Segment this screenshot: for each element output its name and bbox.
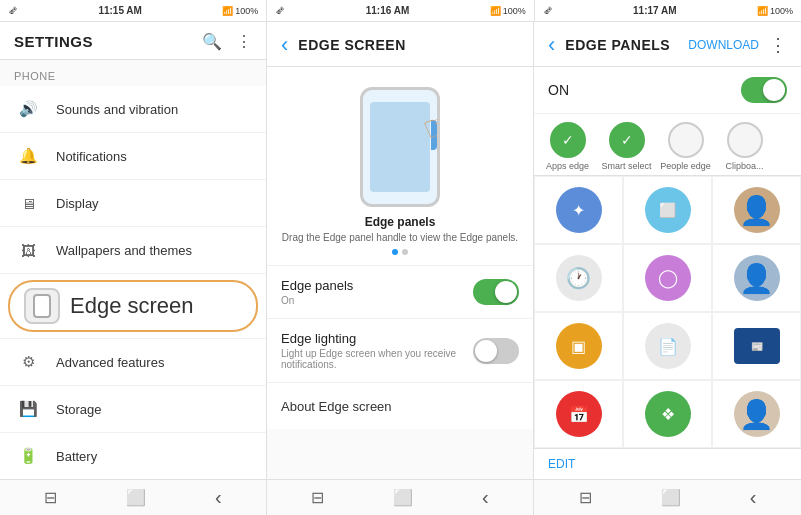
signal-2: 📶: [490, 6, 501, 16]
panels-edit-row: EDIT: [534, 448, 801, 479]
status-bar-2: 🗞 11:16 AM 📶 100%: [267, 0, 534, 22]
settings-item-display[interactable]: 🖥 Display: [0, 180, 266, 227]
time-2: 11:16 AM: [366, 5, 410, 16]
settings-item-notifications[interactable]: 🔔 Notifications: [0, 133, 266, 180]
image-thumb-1: 📰: [734, 328, 780, 364]
grid-icon-4: ◯: [645, 255, 691, 301]
tab-clipboard[interactable]: Clipboa...: [717, 122, 772, 171]
tab-smart-select[interactable]: ✓ Smart select: [599, 122, 654, 171]
recent-icon-3[interactable]: ⊟: [579, 488, 592, 507]
edge-panels-title: Edge panels: [281, 278, 353, 293]
grid-item-8[interactable]: ❖: [623, 380, 712, 448]
download-button[interactable]: DOWNLOAD: [688, 38, 759, 52]
apps-edge-label: Apps edge: [546, 161, 589, 171]
grid-item-person-2[interactable]: 👤: [712, 244, 801, 312]
grid-item-image-1[interactable]: 📰: [712, 312, 801, 380]
panels-grid: ✦ ⬜ 👤 🕐 ◯ 👤 ▣ 📄: [534, 176, 801, 448]
people-edge-label: People edge: [660, 161, 711, 171]
settings-item-wallpapers[interactable]: 🖼 Wallpapers and themes: [0, 227, 266, 274]
apps-edge-check: ✓: [550, 122, 586, 158]
more-icon-panels[interactable]: ⋮: [769, 34, 787, 56]
grid-item-1[interactable]: ✦: [534, 176, 623, 244]
tab-people-edge[interactable]: People edge: [658, 122, 713, 171]
grid-icon-5: ▣: [556, 323, 602, 369]
battery-1: 100%: [235, 6, 258, 16]
people-edge-check: [668, 122, 704, 158]
grid-icon-7: 📅: [556, 391, 602, 437]
grid-item-person-3[interactable]: 👤: [712, 380, 801, 448]
display-label: Display: [56, 196, 99, 211]
settings-item-storage[interactable]: 💾 Storage: [0, 386, 266, 433]
edge-screen-item[interactable]: Edge screen: [8, 280, 258, 332]
back-icon-3[interactable]: ‹: [750, 486, 757, 509]
edge-screen-icon: [24, 288, 60, 324]
status-bar-3: 🗞 11:17 AM 📶 100%: [535, 0, 801, 22]
advanced-label: Advanced features: [56, 355, 164, 370]
main-panels: SETTINGS 🔍 ⋮ PHONE 🔊 Sounds and vibratio…: [0, 22, 801, 515]
tab-apps-edge[interactable]: ✓ Apps edge: [540, 122, 595, 171]
edge-panels-header: ‹ EDGE PANELS DOWNLOAD ⋮: [534, 22, 801, 67]
grid-item-7[interactable]: 📅: [534, 380, 623, 448]
smart-select-check: ✓: [609, 122, 645, 158]
recent-icon-1[interactable]: ⊟: [44, 488, 57, 507]
person-thumb-3: 👤: [734, 391, 780, 437]
edit-button[interactable]: EDIT: [548, 457, 575, 471]
search-icon[interactable]: 🔍: [202, 32, 222, 51]
newspaper-icon-2: 🗞: [275, 5, 285, 16]
back-icon-2[interactable]: ‹: [482, 486, 489, 509]
home-icon-1[interactable]: ⬜: [126, 488, 146, 507]
grid-icon-1: ✦: [556, 187, 602, 233]
grid-item-6[interactable]: 📄: [623, 312, 712, 380]
notifications-icon: 🔔: [14, 142, 42, 170]
edge-panels-title: EDGE PANELS: [565, 37, 678, 53]
grid-item-2[interactable]: ⬜: [623, 176, 712, 244]
illustration-desc: Drag the Edge panel handle to view the E…: [282, 232, 518, 243]
home-icon-2[interactable]: ⬜: [393, 488, 413, 507]
grid-icon-8: ❖: [645, 391, 691, 437]
bottom-nav-2: ⊟ ⬜ ‹: [267, 479, 533, 515]
battery-2: 100%: [503, 6, 526, 16]
edge-lighting-option: Edge lighting Light up Edge screen when …: [267, 319, 533, 383]
illustration-caption: Edge panels: [365, 215, 436, 229]
settings-header: SETTINGS 🔍 ⋮: [0, 22, 266, 60]
recent-icon-2[interactable]: ⊟: [311, 488, 324, 507]
newspaper-icon-3: 🗞: [543, 5, 553, 16]
edge-screen-panel: ‹ EDGE SCREEN ☞ Edge panels Drag the Edg…: [267, 22, 534, 515]
edge-lighting-sub: Light up Edge screen when you receive no…: [281, 348, 473, 370]
battery-icon: 🔋: [14, 442, 42, 470]
edge-panels-sub: On: [281, 295, 353, 306]
back-button-edge[interactable]: ‹: [281, 32, 288, 58]
settings-item-sounds[interactable]: 🔊 Sounds and vibration: [0, 86, 266, 133]
sounds-label: Sounds and vibration: [56, 102, 178, 117]
settings-item-advanced[interactable]: ⚙ Advanced features: [0, 339, 266, 386]
edge-lighting-toggle[interactable]: [473, 338, 519, 364]
back-icon-1[interactable]: ‹: [215, 486, 222, 509]
edge-lighting-title: Edge lighting: [281, 331, 473, 346]
person-thumb-1: 👤: [734, 187, 780, 233]
grid-item-5[interactable]: ▣: [534, 312, 623, 380]
home-icon-3[interactable]: ⬜: [661, 488, 681, 507]
signal-1: 📶: [222, 6, 233, 16]
grid-item-person-1[interactable]: 👤: [712, 176, 801, 244]
phone-illustration: ☞: [360, 87, 440, 207]
settings-item-battery[interactable]: 🔋 Battery: [0, 433, 266, 479]
grid-item-3[interactable]: 🕐: [534, 244, 623, 312]
status-bars: 🗞 11:15 AM 📶 100% 🗞 11:16 AM 📶 100% 🗞 11…: [0, 0, 801, 22]
edge-screen-header: ‹ EDGE SCREEN: [267, 22, 533, 67]
battery-3: 100%: [770, 6, 793, 16]
smart-select-label: Smart select: [601, 161, 651, 171]
edge-screen-label: Edge screen: [70, 293, 194, 319]
edge-panels-toggle[interactable]: [473, 279, 519, 305]
edge-about-label: About Edge screen: [281, 399, 392, 414]
panels-on-toggle[interactable]: [741, 77, 787, 103]
edge-about-item[interactable]: About Edge screen: [267, 383, 533, 429]
grid-item-4[interactable]: ◯: [623, 244, 712, 312]
clipboard-check: [727, 122, 763, 158]
grid-icon-6: 📄: [645, 323, 691, 369]
settings-title: SETTINGS: [14, 33, 93, 50]
bottom-nav-3: ⊟ ⬜ ‹: [534, 479, 801, 515]
grid-icon-2: ⬜: [645, 187, 691, 233]
back-button-panels[interactable]: ‹: [548, 32, 555, 58]
time-3: 11:17 AM: [633, 5, 677, 16]
more-icon[interactable]: ⋮: [236, 32, 252, 51]
